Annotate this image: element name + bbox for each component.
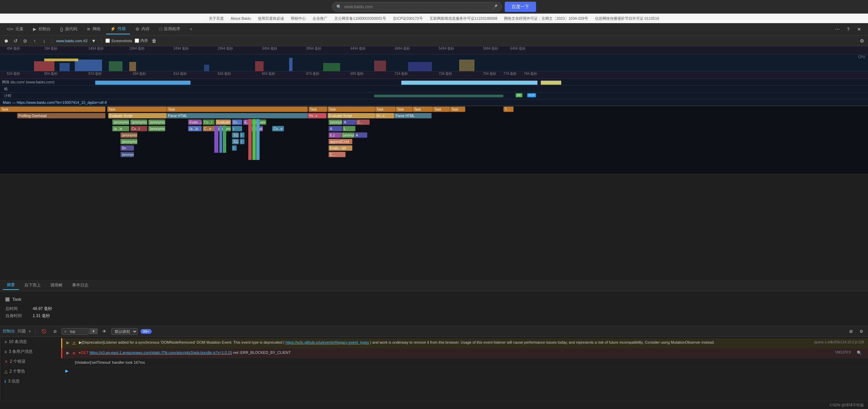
warning-source-1[interactable]: jquery-1.edb203c114.10.2.js:139	[814, 340, 864, 345]
task-block-6[interactable]: Task	[375, 107, 396, 112]
ce-block[interactable]: C...e	[203, 126, 215, 131]
sidebar-user-messages[interactable]: ≡ 3 条用户消息	[0, 347, 61, 357]
baidu-search-button[interactable]: 百度一下	[505, 2, 536, 12]
ev-block[interactable]: Ev...	[232, 119, 242, 125]
enterprise-link[interactable]: 企业推广	[313, 16, 328, 21]
co-row4-1[interactable]: Co...t	[130, 126, 147, 131]
filter-dropdown[interactable]: ▼	[89, 328, 98, 334]
clear-console-button[interactable]: 🚫	[39, 328, 49, 334]
error-search-btn[interactable]: 🔍	[855, 350, 864, 356]
memory-checkbox[interactable]	[135, 38, 139, 43]
sidebar-warnings[interactable]: △ 2 个警告	[0, 366, 61, 376]
task-block-1[interactable]: Task	[0, 107, 105, 112]
appendchild-block[interactable]: appendChild	[329, 139, 352, 144]
task-block-10[interactable]: Task	[450, 107, 465, 112]
parse-html-block-2[interactable]: Parse HTML	[394, 113, 432, 118]
console-filter-button[interactable]: ⊘	[51, 328, 59, 334]
profiling-overhead-block[interactable]: Profiling Overhead	[17, 113, 105, 118]
about-baidu-link[interactable]: 关于百度	[209, 16, 224, 21]
console-tab-issues[interactable]: 问题	[18, 328, 26, 334]
tab-sources[interactable]: {} 源代码	[56, 24, 82, 34]
upload-button[interactable]: ↑	[31, 37, 38, 44]
311-block[interactable]: 311	[232, 132, 239, 138]
more-tools-button[interactable]: ⋯	[834, 26, 841, 33]
download-button[interactable]: ↓	[41, 37, 48, 44]
console-settings[interactable]: ⚙	[857, 328, 865, 334]
error-link[interactable]: https://s3.ap-east-1.amazonaws.com/stati…	[89, 350, 232, 355]
console-level-select[interactable]: 默认级别	[111, 328, 138, 335]
tab-call-tree[interactable]: 调用树	[46, 281, 67, 290]
console-tab-add[interactable]: +	[29, 329, 31, 334]
task-block-11[interactable]: T...	[503, 107, 514, 112]
re-block[interactable]: Re...e	[308, 113, 327, 118]
co-e-block[interactable]: Co...e	[272, 126, 284, 131]
tab-event-log[interactable]: 事件日志	[68, 281, 93, 290]
tab-application[interactable]: □ 应用程序	[155, 24, 184, 34]
co-block-1[interactable]: Co...t	[203, 119, 215, 125]
c-block-1[interactable]: C...	[356, 119, 370, 125]
a-block-2[interactable]: A	[329, 126, 342, 131]
anon-row4-2[interactable]: (anonymous)	[148, 126, 165, 131]
icp-link2[interactable]: 京ICP证030173号	[393, 16, 423, 21]
anon-row6[interactable]: (anonymous)	[120, 139, 137, 144]
help-center-link[interactable]: 帮助中心	[291, 16, 306, 21]
anon-block-1[interactable]: (anonymous)	[112, 119, 129, 125]
as-block-1[interactable]: (a...)s	[188, 126, 202, 131]
a-block-3[interactable]: A	[354, 132, 367, 138]
tab-summary[interactable]: 摘要	[3, 281, 19, 290]
about-baidu-en-link[interactable]: About Baidu	[231, 16, 251, 20]
clear-button[interactable]: ⊘	[22, 37, 29, 44]
news-link[interactable]: 互联网新闻信息服务许可证11220180008	[430, 16, 497, 21]
expand-icon-1[interactable]: ▶	[66, 340, 69, 346]
deprecation-link[interactable]: https://w3c.github.io/uievents/#legacy-e…	[286, 340, 369, 344]
error-source-1[interactable]: VM1370:9	[835, 350, 851, 355]
sidebar-info[interactable]: ℹ 3 信息	[0, 376, 61, 386]
tab-memory[interactable]: ⚙ 内存	[131, 24, 154, 34]
sidebar-all-messages[interactable]: ≡ 10 条消息	[0, 337, 61, 347]
icp-link1[interactable]: 京公网安备11000002000001号	[334, 16, 386, 21]
culture-link[interactable]: 网络文化经营许可证：京网文〔2023〕1034-029号	[504, 16, 588, 21]
task-block-9[interactable]: Task	[433, 107, 450, 112]
eval-block-1[interactable]: Evalu...pt	[188, 119, 202, 125]
parse-html-block[interactable]: Parse HTML	[167, 113, 308, 118]
evaluate-script-block-1[interactable]: Evaluate Script	[108, 113, 167, 118]
evalu-script-block[interactable]: Evalu...ript	[329, 145, 352, 151]
tab-network[interactable]: ≋ 网络	[83, 24, 105, 34]
help-button[interactable]: ?	[845, 26, 852, 33]
eye-button[interactable]: 👁	[100, 328, 108, 334]
url-dropdown-button[interactable]: ▼	[90, 37, 97, 44]
anon-row5-2[interactable]: (anonymous)	[341, 132, 354, 138]
expand-icon-2[interactable]: ▶	[66, 350, 69, 356]
task-block-8[interactable]: Task	[413, 107, 433, 112]
screenshots-checkbox[interactable]	[105, 38, 110, 43]
task-block-5[interactable]: Task	[328, 107, 375, 112]
broadcast-link[interactable]: 信息网络传播视听节目许可证 0110516	[595, 16, 659, 21]
i-block-4[interactable]: i	[232, 145, 237, 151]
eval-script-2[interactable]: Evaluate Script	[216, 119, 231, 125]
i-block-3[interactable]: i	[240, 139, 245, 144]
anon-row4-1[interactable]: (a...)s	[112, 126, 129, 131]
close-devtools-button[interactable]: ✕	[856, 26, 863, 33]
delete-recording-button[interactable]: 🗑	[151, 37, 157, 44]
browser-search-bar[interactable]: 🔍 www.baidu.com 🎤	[332, 2, 502, 12]
312-block[interactable]: 312	[232, 139, 239, 144]
record-button[interactable]: ⏺	[3, 37, 10, 44]
anon-row8[interactable]: (anonymous...)	[120, 152, 134, 157]
anon-row5-1[interactable]: (anonymous)	[120, 132, 137, 138]
task-block-7[interactable]: Task	[396, 107, 413, 112]
anon-block-2[interactable]: (anonymous)	[130, 119, 147, 125]
console-dock-left[interactable]: ⊞	[847, 328, 855, 334]
ez-block[interactable]: E.z	[329, 132, 341, 138]
sn-block[interactable]: Sn	[120, 145, 134, 151]
tab-bottom-up[interactable]: 自下而上	[20, 281, 45, 290]
i-block-1[interactable]: i	[232, 126, 242, 131]
task-block-4[interactable]: Task	[308, 107, 327, 112]
tab-elements[interactable]: </> 元素	[3, 24, 28, 34]
c-block-2[interactable]: C...	[329, 152, 346, 157]
settings-button[interactable]: ⚙	[858, 37, 865, 44]
reload-record-button[interactable]: ↺	[12, 37, 19, 44]
anon-block-4[interactable]: (anonymous)	[329, 119, 342, 125]
l-block[interactable]: L	[343, 126, 355, 131]
tab-console[interactable]: ▶ 控制台	[29, 24, 55, 34]
a-block-1[interactable]: A	[343, 119, 356, 125]
